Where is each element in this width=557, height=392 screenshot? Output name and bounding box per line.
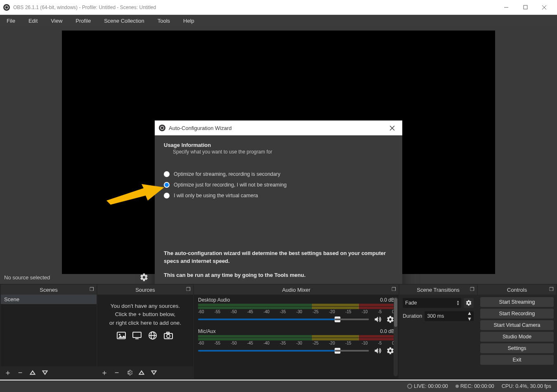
- settings-button[interactable]: Settings: [480, 343, 554, 353]
- dock-title: Audio Mixer: [282, 287, 311, 293]
- popout-icon[interactable]: ❐: [90, 286, 94, 292]
- start-virtual-camera-button[interactable]: Start Virtual Camera: [480, 320, 554, 330]
- channel-settings-icon[interactable]: [386, 315, 394, 324]
- transitions-body: Fade ▲▼ Duration 300 ms ▲▼: [399, 295, 477, 379]
- wizard-option-label: Optimize for streaming, recording is sec…: [174, 171, 280, 177]
- titlebar: OBS 26.1.1 (64-bit, windows) - Profile: …: [0, 0, 557, 15]
- svg-rect-10: [135, 338, 139, 339]
- dock-header: Audio Mixer ❐: [194, 285, 399, 295]
- move-source-down-button[interactable]: [150, 370, 158, 375]
- menu-edit[interactable]: Edit: [25, 16, 41, 26]
- start-recording-button[interactable]: Start Recording: [480, 309, 554, 319]
- menu-profile[interactable]: Profile: [72, 16, 94, 26]
- controls-dock: Controls ❐ Start Streaming Start Recordi…: [478, 285, 556, 379]
- move-scene-up-button[interactable]: [29, 370, 36, 375]
- popout-icon[interactable]: ❐: [470, 286, 474, 292]
- channel-name: Desktop Audio: [198, 297, 230, 303]
- source-properties-button[interactable]: [125, 369, 133, 376]
- remove-scene-button[interactable]: −: [17, 368, 24, 377]
- radio-icon: [164, 182, 170, 188]
- menu-file[interactable]: File: [3, 16, 19, 26]
- remove-source-button[interactable]: −: [113, 368, 120, 377]
- add-scene-button[interactable]: ＋: [4, 368, 12, 378]
- radio-icon: [164, 171, 170, 177]
- menu-view[interactable]: View: [47, 16, 66, 26]
- exit-button[interactable]: Exit: [480, 355, 554, 365]
- status-live: LIVE: 00:00:00: [407, 383, 448, 389]
- wizard-option-streaming[interactable]: Optimize for streaming, recording is sec…: [164, 171, 393, 177]
- menu-tools[interactable]: Tools: [154, 16, 173, 26]
- studio-mode-button[interactable]: Studio Mode: [480, 332, 554, 342]
- image-source-icon: [116, 331, 128, 341]
- duration-label: Duration: [403, 313, 422, 319]
- docks: Scenes ❐ Scene ＋ − Sources ❐ You don't h…: [0, 284, 557, 380]
- audio-mixer-body: Desktop Audio 0.0 dB -60-55-50-45-40-35-…: [194, 295, 399, 379]
- wizard-subtitle: Specify what you want to use the program…: [173, 149, 393, 155]
- close-button[interactable]: [535, 1, 554, 14]
- dock-header: Sources ❐: [97, 285, 193, 295]
- mixer-scrollbar[interactable]: [394, 297, 398, 376]
- dock-header: Controls ❐: [478, 285, 556, 295]
- popout-icon[interactable]: ❐: [549, 286, 554, 292]
- dock-title: Controls: [507, 287, 527, 293]
- popout-icon[interactable]: ❐: [392, 286, 396, 292]
- wizard-description: The auto-configuration wizard will deter…: [164, 249, 393, 285]
- scene-item[interactable]: Scene: [1, 295, 97, 304]
- speaker-icon[interactable]: [373, 347, 382, 355]
- dock-header: Scenes ❐: [1, 285, 97, 295]
- svg-rect-9: [133, 332, 141, 338]
- speaker-icon[interactable]: [373, 315, 382, 324]
- sources-dock: Sources ❐ You don't have any sources. Cl…: [97, 285, 193, 379]
- wizard-heading: Usage Information: [164, 142, 393, 148]
- transition-settings-button[interactable]: [464, 298, 474, 308]
- audio-meter: -60-55-50-45-40-35-30-25-20-15-10-50: [198, 335, 394, 346]
- audio-channel: Desktop Audio 0.0 dB -60-55-50-45-40-35-…: [198, 297, 394, 324]
- move-scene-down-button[interactable]: [41, 370, 49, 375]
- no-source-label: No source selected: [4, 274, 50, 281]
- start-streaming-button[interactable]: Start Streaming: [480, 297, 554, 307]
- wizard-desc-line: This can be run at any time by going to …: [164, 271, 393, 279]
- menubar: File Edit View Profile Scene Collection …: [0, 15, 557, 26]
- status-rec: REC: 00:00:00: [456, 383, 494, 389]
- move-source-up-button[interactable]: [138, 370, 145, 375]
- wizard-title: Auto-Configuration Wizard: [169, 125, 386, 131]
- obs-icon: [3, 4, 10, 11]
- scenes-list[interactable]: Scene: [1, 295, 97, 366]
- audio-channel: Mic/Aux 0.0 dB -60-55-50-45-40-35-30-25-…: [198, 328, 394, 355]
- transition-select[interactable]: Fade ▲▼: [403, 298, 461, 308]
- volume-slider[interactable]: [198, 319, 369, 320]
- wizard-option-label: I will only be using the virtual camera: [174, 193, 258, 198]
- workspace: No source selected Auto-Configuration Wi…: [0, 26, 557, 284]
- scenes-toolbar: ＋ −: [1, 366, 97, 379]
- camera-source-icon: [163, 331, 175, 341]
- controls-body: Start Streaming Start Recording Start Vi…: [478, 295, 556, 379]
- wizard-option-virtual-camera[interactable]: I will only be using the virtual camera: [164, 193, 393, 198]
- minimize-button[interactable]: [497, 1, 516, 14]
- overlay-gear-icon[interactable]: [139, 273, 149, 282]
- channel-settings-icon[interactable]: [386, 347, 394, 355]
- sources-toolbar: ＋ −: [97, 366, 193, 379]
- volume-slider[interactable]: [198, 350, 369, 352]
- scenes-dock: Scenes ❐ Scene ＋ −: [1, 285, 97, 379]
- duration-input[interactable]: 300 ms ▲▼: [425, 311, 474, 321]
- scene-transitions-dock: Scene Transitions ❐ Fade ▲▼ Duration 300…: [399, 285, 477, 379]
- maximize-button[interactable]: [516, 1, 535, 14]
- wizard-option-recording[interactable]: Optimize just for recording, I will not …: [164, 182, 393, 188]
- display-source-icon: [131, 331, 144, 341]
- add-source-button[interactable]: ＋: [101, 368, 108, 378]
- menu-help[interactable]: Help: [180, 16, 198, 26]
- wizard-body: Usage Information Specify what you want …: [155, 135, 402, 297]
- menu-scene-collection[interactable]: Scene Collection: [101, 16, 148, 26]
- obs-icon: [159, 125, 165, 131]
- window-controls: [497, 1, 554, 14]
- channel-name: Mic/Aux: [198, 328, 216, 334]
- dock-header: Scene Transitions ❐: [399, 285, 477, 295]
- wizard-close-button[interactable]: [386, 124, 398, 132]
- broadcast-icon: [407, 384, 412, 389]
- popout-icon[interactable]: ❐: [186, 286, 191, 292]
- svg-point-16: [167, 334, 170, 338]
- sources-list[interactable]: You don't have any sources. Click the + …: [97, 295, 193, 366]
- channel-level: 0.0 dB: [380, 328, 394, 334]
- audio-meter: -60-55-50-45-40-35-30-25-20-15-10-50: [198, 304, 394, 314]
- wizard-titlebar: Auto-Configuration Wizard: [155, 120, 402, 135]
